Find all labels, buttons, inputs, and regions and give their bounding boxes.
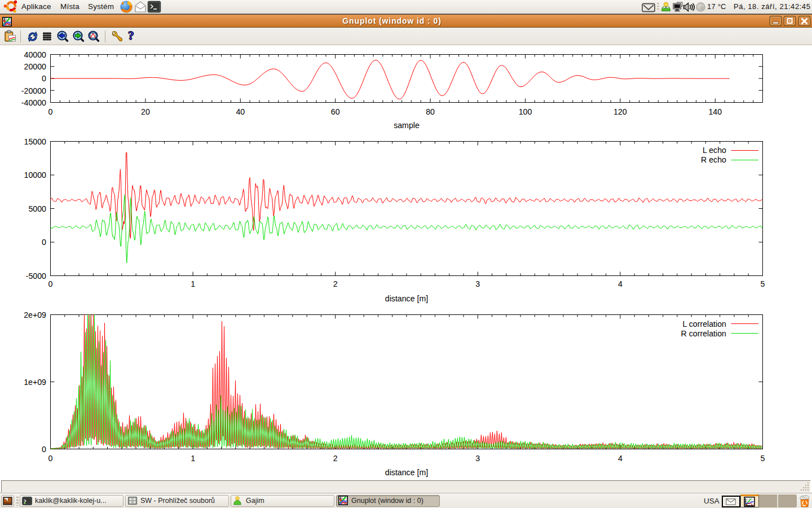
svg-text:-40000: -40000: [21, 98, 46, 107]
svg-text:0: 0: [42, 74, 46, 83]
svg-text:4: 4: [618, 454, 623, 463]
svg-text:100: 100: [519, 107, 532, 116]
svg-text:1: 1: [191, 454, 195, 463]
svg-text:0: 0: [42, 238, 46, 247]
svg-text:0: 0: [42, 445, 46, 454]
svg-text:3: 3: [475, 454, 480, 463]
svg-text:2: 2: [333, 279, 338, 288]
svg-text:10000: 10000: [24, 170, 47, 179]
svg-text:120: 120: [614, 107, 627, 116]
svg-text:-20000: -20000: [21, 86, 46, 95]
svg-text:5: 5: [761, 454, 765, 463]
svg-text:20000: 20000: [24, 62, 47, 71]
svg-text:40000: 40000: [24, 50, 47, 59]
svg-text:1e+09: 1e+09: [24, 378, 46, 387]
svg-text:5000: 5000: [28, 204, 46, 213]
svg-text:80: 80: [426, 107, 435, 116]
svg-text:15000: 15000: [24, 137, 47, 146]
svg-text:3: 3: [475, 279, 480, 288]
svg-text:140: 140: [708, 107, 722, 116]
svg-text:20: 20: [141, 107, 150, 116]
svg-text:distance [m]: distance [m]: [385, 294, 429, 303]
svg-text:R correlation: R correlation: [681, 329, 726, 338]
svg-text:0: 0: [48, 107, 53, 116]
svg-text:sample: sample: [394, 121, 420, 130]
svg-text:2e+09: 2e+09: [24, 310, 46, 319]
svg-text:4: 4: [618, 279, 623, 288]
svg-text:2: 2: [333, 454, 338, 463]
svg-text:L echo: L echo: [703, 146, 726, 155]
svg-text:distance [m]: distance [m]: [385, 468, 429, 477]
svg-text:1: 1: [191, 279, 195, 288]
svg-text:5: 5: [761, 279, 765, 288]
svg-text:0: 0: [48, 279, 53, 288]
svg-text:R echo: R echo: [701, 155, 726, 164]
svg-text:0: 0: [48, 454, 53, 463]
svg-text:60: 60: [331, 107, 340, 116]
svg-text:-5000: -5000: [26, 271, 46, 281]
svg-text:40: 40: [236, 107, 245, 116]
svg-text:L correlation: L correlation: [682, 319, 726, 329]
